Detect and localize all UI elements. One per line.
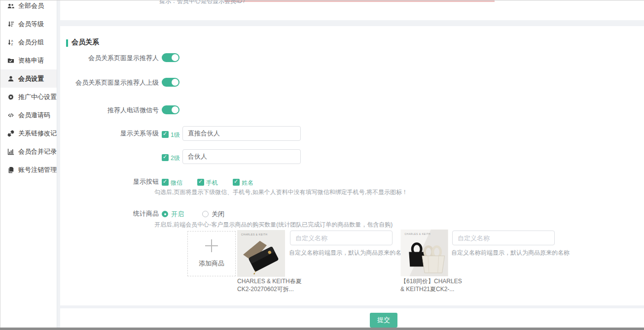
sidebar-item-relation-chain-log[interactable]: 关系链修改记录 [0, 124, 57, 142]
link-icon [7, 130, 14, 137]
product-2-caption-line2: & KEITH21夏CK2-... [400, 285, 460, 293]
file-copy-icon [7, 166, 14, 173]
add-product-label: 添加商品 [199, 259, 224, 268]
phone-checkbox-label: 手机 [206, 179, 218, 186]
top-panel: 提示：会员中心是否显示会员ID? [60, 0, 644, 20]
stats-on-radio[interactable] [162, 211, 168, 217]
sidebar-menu: 全部会员 会员等级 AZ 会员分组 资格申请 [0, 0, 57, 179]
sidebar-item-label: 会员邀请码 [18, 111, 50, 120]
stats-off-radio[interactable] [202, 211, 209, 217]
level1-name-input[interactable] [182, 126, 301, 141]
name-checkbox-label: 姓名 [242, 179, 253, 186]
level2-checkbox-group: 2级 [162, 153, 180, 163]
svg-text:Z: Z [11, 42, 13, 45]
plus-icon [205, 239, 218, 252]
gear-icon [7, 94, 14, 100]
sidebar-item-member-settings[interactable]: 会员设置 [0, 69, 57, 88]
product-1-caption: CHARLES & KEITH春夏 CK2-20270602可拆... [237, 277, 296, 293]
toggle-knob [172, 106, 179, 113]
stats-off-label: 关闭 [212, 210, 224, 218]
name-checkbox[interactable] [233, 179, 240, 186]
section-accent-bar [66, 39, 68, 47]
sidebar-item-merge-log[interactable]: 会员合并记录 [0, 142, 57, 161]
phone-checkbox[interactable] [197, 179, 204, 186]
sidebar-item-label: 全部会员 [18, 1, 44, 10]
sidebar-item-invite-code[interactable]: 会员邀请码 [0, 106, 57, 124]
code-icon [7, 112, 14, 119]
folder-check-icon [7, 57, 14, 64]
show-buttons-hint: 勾选后,页面将显示下级微信、手机号,如果个人资料中没有填写微信和绑定手机号,将不… [154, 188, 408, 197]
phone-option: 手机 [197, 178, 218, 187]
users-icon [7, 2, 14, 9]
level1-checkbox-group: 1级 [162, 130, 180, 139]
level1-checkbox[interactable] [162, 131, 169, 138]
sort-alpha-icon: AZ [7, 39, 14, 46]
sidebar-item-member-levels[interactable]: 会员等级 [0, 15, 57, 33]
show-buttons-label: 显示按钮 [60, 178, 159, 185]
product-2-caption: 【618同价】CHARLES & KEITH21夏CK2-... [400, 277, 460, 293]
submit-button[interactable]: 提交 [370, 313, 397, 328]
toggle-label: 会员关系页面显示推荐人上级 [60, 78, 159, 87]
level1-checkbox-label: 1级 [171, 132, 180, 138]
sidebar-item-label: 资格申请 [18, 56, 44, 65]
wechat-option: 微信 [162, 178, 182, 187]
sidebar: 全部会员 会员等级 AZ 会员分组 资格申请 [0, 0, 57, 328]
product-2-input-hint: 自定义名称前端显示，默认为商品原来的名称 [451, 249, 570, 257]
level2-checkbox-label: 2级 [171, 155, 180, 162]
sidebar-item-label: 会员等级 [18, 20, 44, 29]
product-2-image[interactable]: CHARLES & KEITH [400, 230, 448, 276]
sort-amount-icon [7, 21, 14, 28]
stats-on-label: 开启 [171, 210, 184, 218]
user-icon [7, 75, 14, 82]
product-1-custom-name-input[interactable] [290, 231, 393, 245]
product-1-caption-line2: CK2-20270602可拆... [237, 285, 296, 293]
level2-name-input[interactable] [182, 149, 301, 164]
product-2-caption-line1: 【618同价】CHARLES [400, 277, 460, 285]
name-option: 姓名 [233, 178, 253, 187]
stats-options: 开启 关闭 [162, 209, 224, 219]
sidebar-item-label: 关系链修改记录 [18, 129, 57, 138]
add-product-button[interactable]: 添加商品 [187, 231, 236, 276]
sidebar-item-qualification-apply[interactable]: 资格申请 [0, 51, 57, 69]
clipped-highlight-strip [224, 0, 495, 2]
referrer-contact-toggle[interactable] [162, 105, 179, 114]
section-title: 会员关系 [72, 38, 99, 47]
stats-hint: 开启后,前端会员中心-客户显示商品的购买数量(统计团队已完成订单的商品数量，包含… [154, 221, 393, 229]
wechat-checkbox[interactable] [162, 179, 169, 186]
show-buttons-options: 微信 手机 姓名 [162, 178, 253, 187]
sidebar-item-all-members[interactable]: 全部会员 [0, 0, 57, 15]
level2-checkbox[interactable] [162, 154, 169, 161]
stats-label: 统计商品 [60, 210, 159, 217]
product-1-image[interactable]: CHARLES & KEITH [237, 230, 285, 277]
sidebar-item-account-cancel[interactable]: 账号注销管理 [0, 161, 57, 179]
product-1-caption-line1: CHARLES & KEITH春夏 [237, 277, 296, 285]
show-referrer-upline-toggle[interactable] [162, 78, 179, 87]
toggle-label: 推荐人电话微信号 [60, 106, 159, 115]
product-1-input-hint: 自定义名称前端显示，默认为商品原来的名称 [289, 249, 407, 257]
member-relation-panel: 会员关系 会员关系页面显示推荐人 会员关系页面显示推荐人上级 推荐人电话微信号 … [60, 26, 644, 305]
clipped-hint-text: 提示：会员中心是否显示会员ID? [159, 0, 246, 5]
wechat-checkbox-label: 微信 [171, 179, 182, 186]
relation-levels-label: 显示关系等级 [60, 126, 159, 141]
chart-icon [7, 148, 14, 155]
sidebar-item-promotion-center[interactable]: 推广中心设置 [0, 88, 57, 106]
sidebar-item-label: 推广中心设置 [18, 93, 57, 101]
member-settings-page: 全部会员 会员等级 AZ 会员分组 资格申请 [0, 0, 644, 330]
horizontal-scrollbar[interactable] [0, 328, 644, 330]
toggle-knob [172, 79, 179, 86]
show-referrer-toggle[interactable] [162, 53, 179, 62]
svg-text:CHARLES & KEITH: CHARLES & KEITH [404, 233, 430, 235]
sidebar-item-label: 会员合并记录 [18, 147, 57, 156]
sidebar-item-label: 会员设置 [18, 74, 44, 83]
sidebar-item-label: 账号注销管理 [18, 165, 57, 174]
submit-bar: 提交 [60, 308, 644, 328]
sidebar-item-member-groups[interactable]: AZ 会员分组 [0, 33, 57, 51]
toggle-knob [172, 54, 179, 61]
toggle-label: 会员关系页面显示推荐人 [60, 54, 159, 63]
product-2-custom-name-input[interactable] [452, 231, 555, 245]
svg-text:CHARLES & KEITH: CHARLES & KEITH [241, 233, 267, 236]
sidebar-item-label: 会员分组 [18, 38, 44, 47]
